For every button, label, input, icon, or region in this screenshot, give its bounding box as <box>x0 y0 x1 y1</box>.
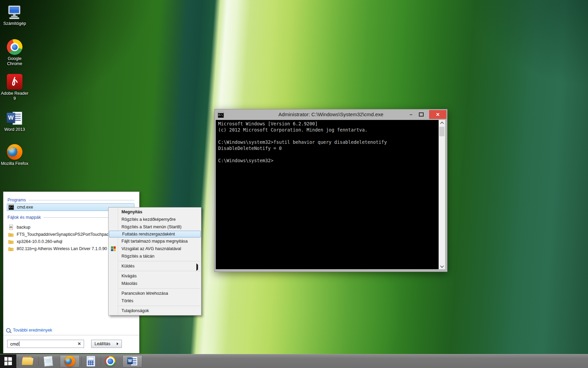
scrollbar-down-button[interactable] <box>439 263 445 269</box>
result-item-label: xp3264-10.0.0.260-whql <box>17 239 62 244</box>
menu-separator <box>119 271 200 271</box>
context-menu: Megnyitás Rögzítés a kezdőképernyőre Rög… <box>108 207 201 316</box>
menu-item-label: Futtatás rendszergazdaként <box>122 232 175 236</box>
shutdown-options-arrow[interactable] <box>113 340 122 348</box>
taskbar-item-firefox[interactable] <box>60 355 80 367</box>
console-line: (c) 2012 Microsoft Corporation. Minden j… <box>218 127 439 133</box>
menu-separator <box>119 288 200 289</box>
taskbar-item-notepad[interactable] <box>40 355 56 367</box>
windows-logo-icon <box>4 357 12 365</box>
zip-folder-icon <box>8 246 14 251</box>
taskbar-item-calculator[interactable] <box>83 355 99 367</box>
console-line: C:\Windows\system32> <box>218 158 439 164</box>
menu-separator <box>119 261 200 261</box>
console-scrollbar[interactable] <box>439 120 445 269</box>
menu-item-label: Megnyitás <box>121 210 142 214</box>
firefox-icon <box>64 356 75 367</box>
programs-group-header: Programs <box>7 197 134 203</box>
clear-search-icon[interactable]: ✕ <box>78 341 81 346</box>
more-results-link[interactable]: További eredmények <box>3 326 139 334</box>
menu-item-copy[interactable]: Másolás <box>109 280 201 287</box>
menu-item-create-shortcut[interactable]: Parancsikon létrehozása <box>109 290 201 297</box>
header-rule <box>29 200 134 200</box>
more-results-label: További eredmények <box>13 328 52 333</box>
menu-item-label: Rögzítés a kezdőképernyőre <box>121 217 176 222</box>
menu-item-label: Törlés <box>121 298 133 303</box>
desktop-icon-label: Google Chrome <box>0 56 29 66</box>
desktop-icon-firefox[interactable]: Mozilla Firefox <box>0 144 29 166</box>
chrome-icon <box>105 356 115 366</box>
search-icon <box>6 328 11 333</box>
calculator-icon <box>86 356 95 367</box>
desktop-icon-word[interactable]: W Word 2013 <box>0 110 29 132</box>
desktop-icon-label: Mozilla Firefox <box>0 161 29 166</box>
menu-item-scan-with-avg[interactable]: Vizsgálat az AVG használatával <box>109 245 201 252</box>
maximize-button[interactable] <box>416 109 426 119</box>
console-line <box>218 133 439 139</box>
menu-item-label: Fájlt tartalmazó mappa megnyitása <box>121 239 188 244</box>
menu-item-pin-to-start-menu[interactable]: Rögzítés a Start menün (Start8) <box>109 223 201 231</box>
desktop-icon-label: Adobe Reader 9 <box>0 91 29 101</box>
menu-item-label: Küldés <box>121 264 134 269</box>
menu-separator <box>119 306 200 306</box>
menu-item-label: Rögzítés a tálcán <box>121 254 154 259</box>
programs-header-label: Programs <box>7 198 26 202</box>
result-item-label: FTS_TouchpaddriverSynapticsPS2PortTouchp… <box>17 232 116 237</box>
console-line <box>218 152 439 158</box>
desktop-icon-label: Word 2013 <box>0 127 29 132</box>
menu-item-label: Rögzítés a Start menün (Start8) <box>121 225 181 229</box>
desktop-icon-computer[interactable]: Számítógép <box>0 4 29 26</box>
menu-item-properties[interactable]: Tulajdonságok <box>109 307 201 315</box>
scrollbar-thumb[interactable] <box>439 127 444 136</box>
menu-item-pin-to-start-screen[interactable]: Rögzítés a kezdőképernyőre <box>109 216 201 223</box>
taskbar-item-file-explorer[interactable] <box>20 355 36 367</box>
menu-item-label: Vizsgálat az AVG használatával <box>121 246 181 251</box>
computer-icon <box>7 4 22 20</box>
menu-item-open-file-location[interactable]: Fájlt tartalmazó mappa megnyitása <box>109 237 201 245</box>
close-button[interactable]: ✕ <box>429 110 446 119</box>
cmd-titlebar[interactable]: C:\ Administrator: C:\Windows\System32\c… <box>215 109 447 120</box>
taskbar-separator <box>38 356 39 366</box>
console-output[interactable]: Microsoft Windows [Version 6.2.9200] (c)… <box>216 120 439 269</box>
desktop-icon-google-chrome[interactable]: Google Chrome <box>0 39 29 66</box>
menu-item-delete[interactable]: Törlés <box>109 297 201 305</box>
minimize-button[interactable]: – <box>406 109 416 119</box>
result-item-label: backup <box>17 225 30 230</box>
taskbar-item-chrome[interactable] <box>102 355 118 367</box>
cmd-icon: C:\ <box>9 204 14 210</box>
search-input-value: cmd <box>10 341 19 347</box>
notepad-icon <box>44 356 53 367</box>
menu-item-label: Kivágás <box>121 274 136 278</box>
zip-folder-icon <box>8 239 14 244</box>
taskbar: W <box>0 354 588 368</box>
word-tile-shape: W <box>7 113 15 123</box>
menu-item-label: Tulajdonságok <box>121 308 149 313</box>
scrollbar-up-button[interactable] <box>439 120 445 126</box>
firefox-icon <box>7 144 22 160</box>
taskbar-separator <box>81 356 82 366</box>
menu-item-pin-to-taskbar[interactable]: Rögzítés a tálcán <box>109 252 201 260</box>
menu-item-label: Parancsikon létrehozása <box>121 291 168 296</box>
console-line: Microsoft Windows [Version 6.2.9200] <box>218 121 439 127</box>
menu-item-run-as-administrator[interactable]: Futtatás rendszergazdaként <box>109 231 201 237</box>
menu-item-send-to[interactable]: Küldés <box>109 262 201 270</box>
search-input[interactable]: cmd ✕ <box>7 340 84 348</box>
text-caret <box>19 341 19 346</box>
avg-icon <box>111 246 116 251</box>
submenu-arrow-icon <box>196 265 198 270</box>
zip-folder-icon <box>8 232 14 237</box>
files-header-label: Fájlok és mappák <box>7 215 41 220</box>
menu-item-cut[interactable]: Kivágás <box>109 272 201 280</box>
taskbar-separator <box>101 356 101 366</box>
console-line: DisableDeleteNotify = 0 <box>218 145 439 152</box>
chrome-icon <box>7 39 22 55</box>
adobe-reader-icon <box>7 74 22 90</box>
taskbar-item-word[interactable]: W <box>122 355 142 367</box>
file-explorer-icon <box>22 357 34 366</box>
desktop-icon-adobe-reader[interactable]: Adobe Reader 9 <box>0 74 29 101</box>
search-panel-footer: cmd ✕ Leállítás <box>3 335 139 353</box>
shutdown-button[interactable]: Leállítás <box>91 340 114 348</box>
menu-item-open[interactable]: Megnyitás <box>109 208 201 216</box>
start-button[interactable] <box>0 354 16 368</box>
backup-file-icon <box>8 225 14 230</box>
